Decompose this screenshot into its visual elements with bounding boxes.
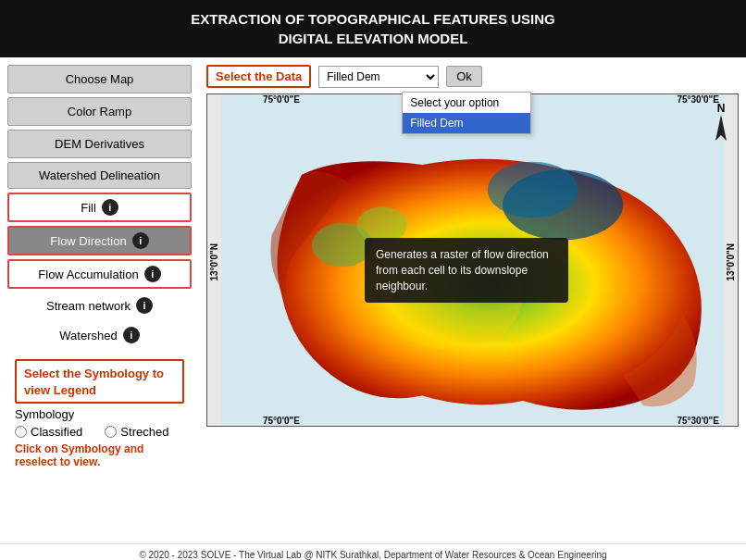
data-dropdown[interactable]: Select your option Filled Dem	[318, 66, 439, 88]
stream-network-label: Stream network	[46, 299, 131, 313]
header-line1: EXTRACTION OF TOPOGRAPHICAL FEATURES USI…	[19, 9, 727, 29]
fill-item[interactable]: Fill i	[7, 193, 192, 222]
flow-accumulation-label: Flow Accumulation	[38, 268, 138, 281]
legend-section: Select the Symbology to view Legend Symb…	[7, 355, 192, 472]
dem-derivatives-button[interactable]: DEM Derivatives	[7, 130, 192, 158]
footer: © 2020 - 2023 SOLVE - The Virtual Lab @ …	[0, 543, 746, 560]
click-note: Click on Symbology and reselect to view.	[15, 442, 184, 468]
watershed-item[interactable]: Watershed i	[7, 322, 192, 348]
select-symbology-label: Select the Symbology to view Legend	[24, 367, 164, 397]
stream-network-item[interactable]: Stream network i	[7, 292, 192, 318]
flow-direction-info-icon[interactable]: i	[132, 232, 149, 249]
stretched-radio-item[interactable]: Streched	[105, 425, 168, 439]
map-label-left-mid: 13°0'0"N	[209, 243, 219, 281]
map-label-right-mid: 13°0'0"N	[726, 243, 736, 281]
dropdown-popup: Select your option Filled Dem	[402, 92, 531, 134]
north-arrow-icon	[714, 115, 728, 141]
flow-direction-item[interactable]: Flow Direction i	[7, 226, 192, 255]
select-symbology-border: Select the Symbology to view Legend	[15, 359, 184, 404]
select-data-row: Select the Data Select your option Fille…	[206, 65, 739, 88]
map-container: 75°0'0"E 75°30'0"E 75°0'0"E 75°30'0"E 13…	[206, 93, 739, 427]
choose-map-button[interactable]: Choose Map	[7, 65, 192, 93]
tooltip-box: Generates a raster of flow direction fro…	[365, 238, 568, 303]
fill-label: Fill	[81, 201, 96, 215]
stretched-radio[interactable]	[105, 426, 117, 438]
page-header: EXTRACTION OF TOPOGRAPHICAL FEATURES USI…	[0, 0, 746, 57]
ok-button[interactable]: Ok	[446, 66, 482, 87]
north-label: N	[717, 102, 726, 115]
stream-network-info-icon[interactable]: i	[136, 297, 153, 314]
map-label-bottom-left: 75°0'0"E	[263, 416, 300, 426]
sidebar: Choose Map Color Ramp DEM Derivatives Wa…	[0, 57, 199, 543]
classified-radio-item[interactable]: Classified	[15, 425, 82, 439]
watershed-delineation-button[interactable]: Watershed Delineation	[7, 162, 192, 189]
map-label-bottom-right: 75°30'0"E	[677, 416, 719, 426]
watershed-label: Watershed	[59, 329, 117, 342]
dropdown-container: Select your option Filled Dem Select you…	[318, 66, 439, 88]
map-label-top-left: 75°0'0"E	[263, 94, 300, 105]
symbology-label: Symbology	[15, 407, 184, 421]
flow-accumulation-info-icon[interactable]: i	[144, 266, 161, 282]
watershed-info-icon[interactable]: i	[123, 327, 140, 343]
color-ramp-button[interactable]: Color Ramp	[7, 97, 192, 126]
dropdown-popup-option-default[interactable]: Select your option	[403, 93, 530, 113]
svg-marker-6	[715, 115, 727, 141]
main-content: Choose Map Color Ramp DEM Derivatives Wa…	[0, 57, 746, 543]
north-arrow-container: N	[714, 102, 728, 141]
flow-accumulation-item[interactable]: Flow Accumulation i	[7, 259, 192, 289]
stretched-label: Streched	[120, 425, 168, 439]
tooltip-text: Generates a raster of flow direction fro…	[376, 248, 549, 292]
svg-point-2	[488, 162, 578, 218]
flow-direction-label: Flow Direction	[50, 234, 126, 248]
classified-label: Classified	[31, 425, 82, 439]
footer-text: © 2020 - 2023 SOLVE - The Virtual Lab @ …	[139, 550, 606, 560]
dropdown-popup-option-filled-dem[interactable]: Filled Dem	[403, 113, 530, 133]
classified-radio[interactable]	[15, 426, 27, 438]
header-line2: DIGITAL ELEVATION MODEL	[19, 29, 727, 48]
select-data-label: Select the Data	[206, 65, 311, 88]
map-area: Select the Data Select your option Fille…	[199, 57, 746, 543]
fill-info-icon[interactable]: i	[102, 199, 118, 216]
radio-row: Classified Streched	[15, 425, 184, 439]
